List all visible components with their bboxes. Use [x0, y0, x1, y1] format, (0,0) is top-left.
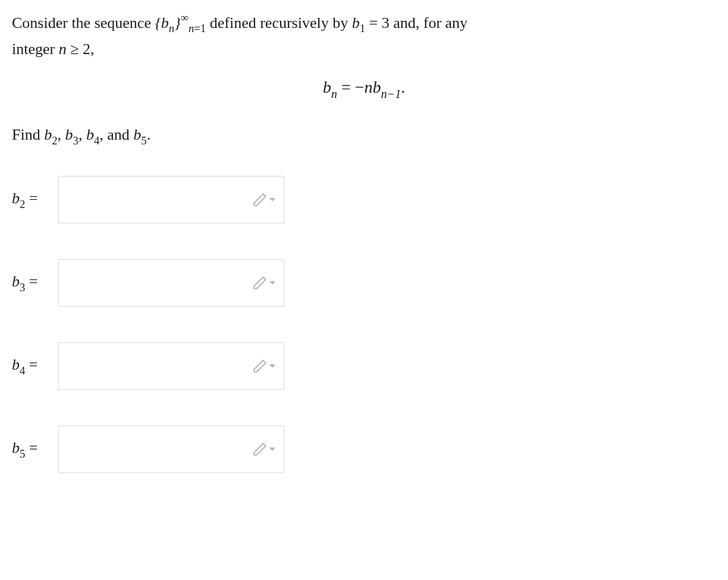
answer-label: b2 =	[12, 190, 58, 210]
n-var: n	[59, 40, 67, 58]
answer-row-b3: b3 =	[12, 259, 716, 307]
b1-sub: 1	[360, 22, 365, 34]
lhs-sub: n	[331, 87, 337, 100]
caret-down-icon	[269, 279, 276, 286]
b1: b	[352, 14, 360, 31]
answer-section: b2 = b3 = b4 =	[12, 176, 716, 473]
b2-input[interactable]	[58, 176, 284, 223]
answer-row-b4: b4 =	[12, 342, 716, 390]
b4-input[interactable]	[58, 342, 284, 390]
neg: −	[355, 78, 365, 96]
rhs-b: b	[372, 78, 381, 96]
text: and, for any	[390, 14, 467, 31]
pencil-icon	[252, 358, 268, 374]
b5-input[interactable]	[58, 425, 284, 473]
rhs-n: n	[364, 78, 372, 96]
text: defined recursively by	[206, 14, 352, 31]
ge2: ≥ 2,	[67, 40, 95, 58]
text: Find	[12, 126, 44, 143]
equation-editor-button[interactable]	[252, 442, 276, 457]
answer-row-b5: b5 =	[12, 425, 716, 473]
problem-statement: Consider the sequence {bn}∞n=1 defined r…	[12, 10, 716, 61]
equation-editor-button[interactable]	[252, 192, 276, 207]
answer-label: b5 =	[12, 439, 58, 459]
equals: =	[337, 78, 355, 96]
find-instruction: Find b2, b3, b4, and b5.	[12, 122, 716, 149]
text: .	[147, 126, 151, 143]
equation-editor-button[interactable]	[252, 275, 276, 291]
caret-down-icon	[269, 196, 276, 203]
b1-equals: = 3	[365, 14, 390, 31]
sup-infinity: ∞	[181, 11, 189, 24]
answer-row-b2: b2 =	[12, 176, 716, 223]
sub-n1: n=1	[189, 22, 206, 34]
sequence-notation: {bn}	[155, 14, 180, 31]
lhs-b: b	[323, 78, 331, 96]
caret-down-icon	[269, 363, 276, 370]
pencil-icon	[252, 442, 268, 457]
pencil-icon	[252, 192, 268, 207]
caret-down-icon	[269, 446, 276, 453]
text: integer	[12, 40, 59, 58]
b3-input[interactable]	[58, 259, 284, 307]
pencil-icon	[252, 275, 268, 291]
recursive-formula: bn = −nbn−1.	[12, 78, 716, 100]
period: .	[401, 78, 405, 96]
answer-label: b4 =	[12, 356, 58, 376]
text: Consider the sequence	[12, 14, 155, 31]
answer-label: b3 =	[12, 273, 58, 293]
rhs-sub: n−1	[381, 87, 401, 100]
equation-editor-button[interactable]	[252, 358, 276, 374]
